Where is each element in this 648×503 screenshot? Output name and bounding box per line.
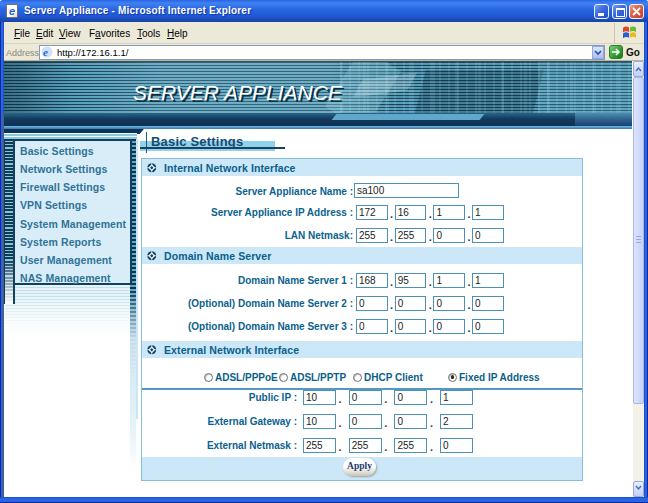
svg-text:e: e <box>43 46 48 58</box>
